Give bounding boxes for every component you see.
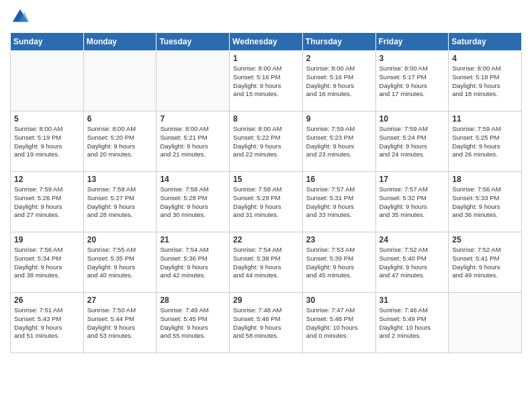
- cell-content: Sunrise: 8:00 AM Sunset: 5:19 PM Dayligh…: [14, 125, 80, 159]
- calendar-cell: 10Sunrise: 7:59 AM Sunset: 5:24 PM Dayli…: [375, 111, 449, 172]
- day-number: 4: [452, 54, 518, 63]
- calendar-cell: 21Sunrise: 7:54 AM Sunset: 5:36 PM Dayli…: [157, 232, 230, 293]
- cell-content: Sunrise: 7:57 AM Sunset: 5:31 PM Dayligh…: [306, 185, 372, 220]
- day-number: 9: [306, 114, 372, 124]
- calendar-week-row: 5Sunrise: 8:00 AM Sunset: 5:19 PM Daylig…: [11, 111, 522, 172]
- day-number: 24: [380, 235, 445, 244]
- column-header-sunday: Sunday: [11, 33, 84, 51]
- day-number: 29: [233, 295, 299, 305]
- calendar-week-row: 26Sunrise: 7:51 AM Sunset: 5:43 PM Dayli…: [11, 293, 522, 353]
- calendar-header-row: SundayMondayTuesdayWednesdayThursdayFrid…: [11, 33, 522, 51]
- day-number: 23: [306, 235, 372, 244]
- calendar-cell: 19Sunrise: 7:56 AM Sunset: 5:34 PM Dayli…: [11, 232, 84, 293]
- cell-content: Sunrise: 7:58 AM Sunset: 5:29 PM Dayligh…: [233, 185, 299, 220]
- calendar-cell: 20Sunrise: 7:55 AM Sunset: 5:35 PM Dayli…: [83, 232, 157, 293]
- day-number: 25: [452, 235, 518, 244]
- day-number: 21: [160, 235, 226, 244]
- calendar-cell: 25Sunrise: 7:52 AM Sunset: 5:41 PM Dayli…: [449, 232, 522, 293]
- logo-icon: [10, 7, 30, 27]
- day-number: 3: [380, 54, 445, 63]
- calendar-cell: 26Sunrise: 7:51 AM Sunset: 5:43 PM Dayli…: [11, 293, 84, 353]
- calendar-cell: 17Sunrise: 7:57 AM Sunset: 5:32 PM Dayli…: [375, 172, 449, 232]
- calendar-cell: 2Sunrise: 8:00 AM Sunset: 5:16 PM Daylig…: [302, 51, 375, 111]
- day-number: 14: [160, 175, 226, 184]
- cell-content: Sunrise: 7:57 AM Sunset: 5:32 PM Dayligh…: [380, 185, 445, 220]
- cell-content: Sunrise: 7:59 AM Sunset: 5:23 PM Dayligh…: [306, 125, 372, 159]
- day-number: 28: [160, 295, 226, 305]
- calendar-cell: 8Sunrise: 8:00 AM Sunset: 5:22 PM Daylig…: [230, 111, 303, 172]
- calendar-cell: 27Sunrise: 7:50 AM Sunset: 5:44 PM Dayli…: [83, 293, 157, 353]
- cell-content: Sunrise: 8:00 AM Sunset: 5:21 PM Dayligh…: [160, 125, 226, 159]
- calendar-cell: 18Sunrise: 7:56 AM Sunset: 5:33 PM Dayli…: [449, 172, 522, 232]
- calendar-cell: 5Sunrise: 8:00 AM Sunset: 5:19 PM Daylig…: [11, 111, 84, 172]
- calendar-cell: 6Sunrise: 8:00 AM Sunset: 5:20 PM Daylig…: [83, 111, 157, 172]
- calendar-cell: 31Sunrise: 7:46 AM Sunset: 5:49 PM Dayli…: [375, 293, 449, 353]
- column-header-wednesday: Wednesday: [230, 33, 303, 51]
- calendar-cell: 30Sunrise: 7:47 AM Sunset: 5:48 PM Dayli…: [302, 293, 375, 353]
- column-header-monday: Monday: [83, 33, 157, 51]
- cell-content: Sunrise: 7:54 AM Sunset: 5:38 PM Dayligh…: [233, 246, 299, 280]
- column-header-saturday: Saturday: [449, 33, 522, 51]
- day-number: 27: [87, 295, 153, 305]
- calendar-week-row: 12Sunrise: 7:59 AM Sunset: 5:26 PM Dayli…: [11, 172, 522, 232]
- cell-content: Sunrise: 8:00 AM Sunset: 5:17 PM Dayligh…: [380, 64, 445, 99]
- cell-content: Sunrise: 7:56 AM Sunset: 5:33 PM Dayligh…: [452, 185, 518, 220]
- column-header-friday: Friday: [375, 33, 449, 51]
- cell-content: Sunrise: 8:00 AM Sunset: 5:16 PM Dayligh…: [233, 64, 299, 99]
- cell-content: Sunrise: 7:52 AM Sunset: 5:40 PM Dayligh…: [380, 246, 445, 280]
- calendar-cell: 4Sunrise: 8:00 AM Sunset: 5:18 PM Daylig…: [449, 51, 522, 111]
- day-number: 15: [233, 175, 299, 184]
- calendar-cell: [449, 293, 522, 353]
- cell-content: Sunrise: 7:48 AM Sunset: 5:46 PM Dayligh…: [233, 306, 299, 340]
- day-number: 20: [87, 235, 153, 244]
- page-header: [10, 7, 522, 27]
- calendar-cell: 29Sunrise: 7:48 AM Sunset: 5:46 PM Dayli…: [230, 293, 303, 353]
- cell-content: Sunrise: 7:56 AM Sunset: 5:34 PM Dayligh…: [14, 246, 80, 280]
- calendar-cell: [157, 51, 230, 111]
- calendar-cell: 14Sunrise: 7:58 AM Sunset: 5:28 PM Dayli…: [157, 172, 230, 232]
- cell-content: Sunrise: 7:52 AM Sunset: 5:41 PM Dayligh…: [452, 246, 518, 280]
- column-header-tuesday: Tuesday: [157, 33, 230, 51]
- calendar-cell: 23Sunrise: 7:53 AM Sunset: 5:39 PM Dayli…: [302, 232, 375, 293]
- day-number: 18: [452, 175, 518, 184]
- cell-content: Sunrise: 8:00 AM Sunset: 5:18 PM Dayligh…: [452, 64, 518, 99]
- day-number: 8: [233, 114, 299, 124]
- calendar-cell: 12Sunrise: 7:59 AM Sunset: 5:26 PM Dayli…: [11, 172, 84, 232]
- logo: [10, 7, 33, 27]
- cell-content: Sunrise: 7:59 AM Sunset: 5:26 PM Dayligh…: [14, 185, 80, 220]
- day-number: 6: [87, 114, 153, 124]
- calendar-cell: 9Sunrise: 7:59 AM Sunset: 5:23 PM Daylig…: [302, 111, 375, 172]
- day-number: 26: [14, 295, 80, 305]
- day-number: 10: [380, 114, 445, 124]
- day-number: 22: [233, 235, 299, 244]
- calendar-cell: 22Sunrise: 7:54 AM Sunset: 5:38 PM Dayli…: [230, 232, 303, 293]
- cell-content: Sunrise: 7:46 AM Sunset: 5:49 PM Dayligh…: [380, 306, 445, 340]
- day-number: 11: [452, 114, 518, 124]
- day-number: 16: [306, 175, 372, 184]
- calendar-cell: 13Sunrise: 7:58 AM Sunset: 5:27 PM Dayli…: [83, 172, 157, 232]
- calendar-week-row: 19Sunrise: 7:56 AM Sunset: 5:34 PM Dayli…: [11, 232, 522, 293]
- calendar-table: SundayMondayTuesdayWednesdayThursdayFrid…: [10, 32, 522, 353]
- calendar-cell: 7Sunrise: 8:00 AM Sunset: 5:21 PM Daylig…: [157, 111, 230, 172]
- day-number: 13: [87, 175, 153, 184]
- day-number: 31: [380, 295, 445, 305]
- day-number: 17: [380, 175, 445, 184]
- day-number: 1: [233, 54, 299, 63]
- cell-content: Sunrise: 7:59 AM Sunset: 5:24 PM Dayligh…: [380, 125, 445, 159]
- calendar-cell: 11Sunrise: 7:59 AM Sunset: 5:25 PM Dayli…: [449, 111, 522, 172]
- cell-content: Sunrise: 7:49 AM Sunset: 5:45 PM Dayligh…: [160, 306, 226, 340]
- calendar-week-row: 1Sunrise: 8:00 AM Sunset: 5:16 PM Daylig…: [11, 51, 522, 111]
- calendar-cell: 24Sunrise: 7:52 AM Sunset: 5:40 PM Dayli…: [375, 232, 449, 293]
- calendar-cell: 1Sunrise: 8:00 AM Sunset: 5:16 PM Daylig…: [230, 51, 303, 111]
- cell-content: Sunrise: 7:47 AM Sunset: 5:48 PM Dayligh…: [306, 306, 372, 340]
- cell-content: Sunrise: 7:58 AM Sunset: 5:27 PM Dayligh…: [87, 185, 153, 220]
- cell-content: Sunrise: 8:00 AM Sunset: 5:16 PM Dayligh…: [306, 64, 372, 99]
- cell-content: Sunrise: 7:59 AM Sunset: 5:25 PM Dayligh…: [452, 125, 518, 159]
- day-number: 7: [160, 114, 226, 124]
- column-header-thursday: Thursday: [302, 33, 375, 51]
- calendar-cell: 28Sunrise: 7:49 AM Sunset: 5:45 PM Dayli…: [157, 293, 230, 353]
- calendar-cell: 3Sunrise: 8:00 AM Sunset: 5:17 PM Daylig…: [375, 51, 449, 111]
- cell-content: Sunrise: 7:51 AM Sunset: 5:43 PM Dayligh…: [14, 306, 80, 340]
- day-number: 30: [306, 295, 372, 305]
- cell-content: Sunrise: 7:50 AM Sunset: 5:44 PM Dayligh…: [87, 306, 153, 340]
